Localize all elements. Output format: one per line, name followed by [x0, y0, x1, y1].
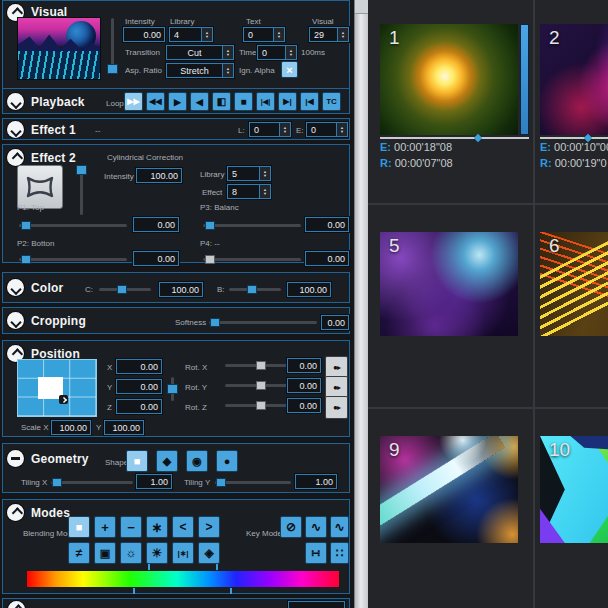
z-field[interactable]: 0.00 [116, 399, 162, 414]
spinner-arrows-icon[interactable] [260, 166, 271, 181]
effect-value[interactable]: 8 [227, 184, 260, 199]
shape-diamond-button[interactable]: ◆ [156, 450, 178, 472]
time-value[interactable]: 0 [257, 45, 286, 60]
collapse-geometry-button[interactable] [7, 450, 24, 467]
effect2-vslider[interactable] [80, 167, 83, 215]
collapse-modes-button[interactable] [7, 504, 24, 521]
asp-ratio-value[interactable]: Stretch [166, 63, 223, 78]
visual-preview-thumbnail[interactable] [17, 17, 101, 80]
spinner-arrows-icon[interactable] [337, 122, 348, 137]
ign-alpha-checkbox[interactable]: × [281, 61, 298, 78]
blend-min-button[interactable]: < [172, 516, 194, 538]
p2-field[interactable]: 0.00 [133, 251, 179, 266]
slider-handle[interactable] [205, 221, 215, 230]
rot-z-reset-button[interactable]: ●▸ [325, 396, 348, 419]
tiling-x-slider[interactable] [51, 481, 133, 484]
clip-thumbnail-6[interactable]: 6 [540, 232, 608, 336]
slider-handle[interactable] [256, 381, 266, 390]
p2-slider[interactable] [19, 258, 127, 261]
scale-y-field[interactable]: 100.00 [104, 420, 144, 435]
effect1-l-spinner[interactable]: 0 [249, 122, 291, 137]
loop-button[interactable]: ▶▶ [124, 92, 143, 111]
bounce-button[interactable]: |◀| [256, 92, 275, 111]
p1-slider[interactable] [19, 224, 127, 227]
goto-start-button[interactable]: |◀ [300, 92, 319, 111]
spinner-arrows-icon[interactable] [286, 45, 297, 60]
position-vslider[interactable] [171, 377, 174, 401]
collapse-playback-button[interactable] [7, 93, 24, 110]
pause-frame-button[interactable]: ◧ [212, 92, 231, 111]
blend-layer-button[interactable]: ◈ [198, 542, 220, 564]
position-grid[interactable] [17, 359, 97, 417]
rewind-button[interactable]: ◀◀ [146, 92, 165, 111]
blend-subtract-button[interactable]: − [120, 516, 142, 538]
shape-square-button[interactable]: ■ [126, 450, 148, 472]
key-off-button[interactable]: ⊘ [280, 516, 302, 538]
slider-handle[interactable] [76, 165, 87, 175]
softness-field[interactable]: 0.00 [321, 315, 349, 330]
time-spinner[interactable]: 0 [257, 45, 297, 60]
left-panel-scrollbar[interactable] [354, 0, 368, 608]
spinner-arrows-icon[interactable] [223, 45, 234, 60]
transition-value[interactable]: Cut [166, 45, 223, 60]
slider-handle[interactable] [205, 255, 215, 264]
blend-multiply-button[interactable]: ∗ [146, 516, 168, 538]
slider-handle[interactable] [21, 255, 31, 264]
key-chroma-button[interactable]: ∿ [330, 516, 349, 538]
spinner-arrows-icon[interactable] [260, 184, 271, 199]
slider-handle[interactable] [247, 285, 257, 294]
effect2-library-spinner[interactable]: 5 [227, 166, 271, 181]
clip-thumbnail-2[interactable]: 2 [540, 24, 608, 135]
y-field[interactable]: 0.00 [116, 379, 162, 394]
clip-thumbnail-5[interactable]: 5 [380, 232, 518, 336]
scale-x-field[interactable]: 100.00 [51, 420, 91, 435]
effect1-e-spinner[interactable]: 0 [306, 122, 348, 137]
collapse-effect1-button[interactable] [7, 121, 24, 138]
rot-y-field[interactable]: 0.00 [287, 378, 321, 393]
e-value[interactable]: 0 [306, 122, 337, 137]
playhead-marker[interactable] [474, 134, 482, 142]
rot-z-field[interactable]: 0.00 [287, 398, 321, 413]
stop-button[interactable]: ■ [234, 92, 253, 111]
b-field[interactable]: 100.00 [287, 282, 331, 297]
softness-slider[interactable] [209, 321, 317, 324]
library-value[interactable]: 5 [227, 166, 260, 181]
timecode-button[interactable]: TC [322, 92, 341, 111]
collapse-cropping-button[interactable] [7, 312, 24, 329]
clip-thumbnail-10[interactable]: 10 [540, 436, 608, 543]
spinner-arrows-icon[interactable] [223, 63, 234, 78]
p3-slider[interactable] [203, 224, 301, 227]
clip1-level-slider[interactable] [520, 24, 529, 135]
key-matrix-a-button[interactable]: ∺ [305, 542, 327, 564]
key-luma-button[interactable]: ∿ [305, 516, 327, 538]
key-matrix-b-button[interactable]: ∷ [330, 542, 349, 564]
spinner-arrows-icon[interactable] [280, 122, 291, 137]
play-button[interactable]: ▶ [168, 92, 187, 111]
visual-spinner[interactable]: 29 [309, 27, 349, 42]
blend-mask-button[interactable]: ▣ [94, 542, 116, 564]
slider-handle[interactable] [52, 478, 62, 487]
p3-field[interactable]: 0.00 [305, 217, 349, 232]
scrollbar-cap[interactable] [355, 0, 368, 14]
asp-ratio-dropdown[interactable]: Stretch [166, 63, 234, 78]
spinner-arrows-icon[interactable] [274, 27, 285, 42]
blend-max-button[interactable]: > [198, 516, 220, 538]
tiling-y-field[interactable]: 1.00 [295, 474, 337, 489]
slider-handle[interactable] [107, 64, 118, 74]
clip1-timeline[interactable] [380, 137, 529, 139]
effect2-effect-spinner[interactable]: 8 [227, 184, 271, 199]
slider-handle[interactable] [216, 478, 226, 487]
library-spinner[interactable]: 4 [169, 27, 213, 42]
clip2-timeline[interactable] [540, 137, 608, 139]
blend-absolute-button[interactable]: |∗| [172, 542, 194, 564]
visual-value[interactable]: 29 [309, 27, 338, 42]
p4-field[interactable]: 0.00 [305, 251, 349, 266]
clip-thumbnail-1[interactable]: 1 [380, 24, 518, 135]
effect2-intensity-field[interactable]: 100.00 [136, 168, 182, 183]
l-value[interactable]: 0 [249, 122, 280, 137]
spinner-arrows-icon[interactable] [338, 27, 349, 42]
collapse-effect2-button[interactable] [7, 149, 24, 166]
blend-burn-button[interactable]: ☀ [146, 542, 168, 564]
slider-handle[interactable] [167, 384, 178, 394]
shape-sphere-button[interactable]: ◉ [186, 450, 208, 472]
